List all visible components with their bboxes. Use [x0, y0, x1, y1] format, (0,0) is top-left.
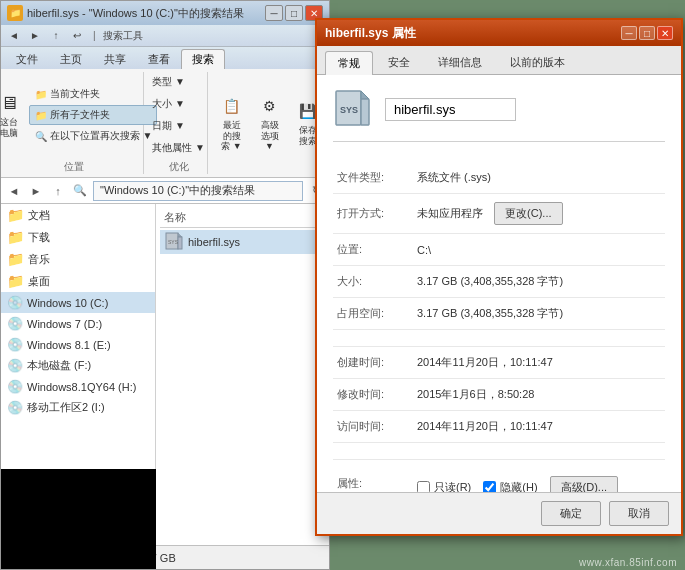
tab-general[interactable]: 常规 — [325, 51, 373, 75]
current-folder-label: 当前文件夹 — [50, 87, 100, 101]
dialog-footer: 确定 取消 — [317, 492, 681, 534]
tab-search[interactable]: 搜索 — [181, 49, 225, 69]
accessed-label: 访问时间: — [333, 411, 413, 443]
ribbon-group-location: 🖥 这台电脑 📁 当前文件夹 📁 所有子文件夹 🔍 在以下位置再次搜索 ▼ — [5, 72, 144, 174]
date-filter-label: 日期 ▼ — [152, 119, 185, 133]
sidebar-item-documents[interactable]: 📁 文档 — [1, 204, 155, 226]
change-button[interactable]: 更改(C)... — [494, 202, 562, 225]
props-minimize-button[interactable]: ─ — [621, 26, 637, 40]
openwith-row: 打开方式: 未知应用程序 更改(C)... — [333, 194, 665, 234]
cancel-button[interactable]: 取消 — [609, 501, 669, 526]
created-value: 2014年11月20日，10:11:47 — [413, 347, 665, 379]
name-column-header[interactable]: 名称 — [164, 210, 186, 225]
tab-previous-versions[interactable]: 以前的版本 — [497, 50, 578, 74]
sidebar-item-win81-h[interactable]: 💿 Windows8.1QY64 (H:) — [1, 376, 155, 397]
size-row: 大小: 3.17 GB (3,408,355,328 字节) — [333, 266, 665, 298]
modified-row: 修改时间: 2015年1月6日，8:50:28 — [333, 379, 665, 411]
spacer-row-2 — [333, 443, 665, 460]
date-filter-button[interactable]: 日期 ▼ — [147, 116, 210, 136]
all-subfolders-button[interactable]: 📁 所有子文件夹 — [29, 105, 158, 125]
sidebar-item-desktop[interactable]: 📁 桌面 — [1, 270, 155, 292]
drive-icon: 💿 — [7, 295, 23, 310]
address-input[interactable] — [93, 181, 303, 201]
forward-button[interactable]: ► — [26, 28, 44, 44]
sidebar-item-local-f[interactable]: 💿 本地磁盘 (F:) — [1, 355, 155, 376]
type-filter-button[interactable]: 类型 ▼ — [147, 72, 210, 92]
drive-icon: 💿 — [7, 358, 23, 373]
nav-up-button[interactable]: ↑ — [49, 181, 67, 201]
svg-rect-6 — [361, 99, 369, 125]
address-bar: ◄ ► ↑ 🔍 ↻ — [1, 178, 329, 204]
props-titlebar-controls: ─ □ ✕ — [621, 26, 673, 40]
sidebar-item-win7[interactable]: 💿 Windows 7 (D:) — [1, 313, 155, 334]
file-name-hiberfil: hiberfil.sys — [188, 236, 240, 248]
readonly-checkbox[interactable] — [417, 481, 430, 492]
size-label: 大小: — [333, 266, 413, 298]
sidebar-item-mobile-i[interactable]: 💿 移动工作区2 (I:) — [1, 397, 155, 418]
accessed-row: 访问时间: 2014年11月20日，10:11:47 — [333, 411, 665, 443]
advanced-options-button[interactable]: ⚙ 高级选项 ▼ — [252, 90, 288, 156]
nav-back-button[interactable]: ◄ — [5, 181, 23, 201]
explorer-titlebar: 📁 hiberfil.sys - "Windows 10 (C:)"中的搜索结果… — [1, 1, 329, 25]
modified-value: 2015年1月6日，8:50:28 — [413, 379, 665, 411]
hidden-checkbox[interactable] — [483, 481, 496, 492]
sidebar: 📁 文档 📁 下载 📁 音乐 📁 桌面 💿 Windows 10 (C:) 💿 — [1, 204, 156, 545]
watermark: www.xfan.85inf.com — [579, 557, 677, 568]
sizeondisk-value: 3.17 GB (3,408,355,328 字节) — [413, 298, 665, 330]
this-pc-button[interactable]: 🖥 这台电脑 — [0, 87, 27, 143]
svg-text:SYS: SYS — [340, 105, 358, 115]
tab-details[interactable]: 详细信息 — [425, 50, 495, 74]
sidebar-item-downloads[interactable]: 📁 下载 — [1, 226, 155, 248]
size-filter-button[interactable]: 大小 ▼ — [147, 94, 210, 114]
titlebar-left: 📁 hiberfil.sys - "Windows 10 (C:)"中的搜索结果 — [7, 5, 244, 21]
undo-button[interactable]: ↩ — [68, 28, 86, 44]
minimize-button[interactable]: ─ — [265, 5, 283, 21]
modified-label: 修改时间: — [333, 379, 413, 411]
search-again-button[interactable]: 🔍 在以下位置再次搜索 ▼ — [29, 126, 158, 146]
ribbon-toolbar: 🖥 这台电脑 📁 当前文件夹 📁 所有子文件夹 🔍 在以下位置再次搜索 ▼ — [1, 69, 329, 178]
sidebar-item-win81[interactable]: 💿 Windows 8.1 (E:) — [1, 334, 155, 355]
svg-text:SYS: SYS — [168, 239, 179, 245]
filetype-value: 系统文件 (.sys) — [413, 162, 665, 194]
advanced-options-icon: ⚙ — [258, 94, 282, 118]
this-pc-label: 这台电脑 — [0, 117, 18, 139]
location-small-buttons: 📁 当前文件夹 📁 所有子文件夹 🔍 在以下位置再次搜索 ▼ — [29, 84, 158, 146]
this-pc-icon: 🖥 — [0, 91, 21, 115]
svg-marker-1 — [178, 233, 182, 237]
tab-security[interactable]: 安全 — [375, 50, 423, 74]
tab-view[interactable]: 查看 — [137, 49, 181, 69]
filetype-row: 文件类型: 系统文件 (.sys) — [333, 162, 665, 194]
nav-forward-button[interactable]: ► — [27, 181, 45, 201]
created-label: 创建时间: — [333, 347, 413, 379]
hidden-label: 隐藏(H) — [500, 480, 537, 492]
current-folder-icon: 📁 — [34, 87, 48, 101]
sidebar-label-local-f: 本地磁盘 (F:) — [27, 358, 91, 373]
svg-marker-5 — [361, 91, 369, 99]
recent-searches-button[interactable]: 📋 最近的搜索 ▼ — [214, 90, 250, 156]
ok-button[interactable]: 确定 — [541, 501, 601, 526]
props-maximize-button[interactable]: □ — [639, 26, 655, 40]
sidebar-label-win7: Windows 7 (D:) — [27, 318, 102, 330]
advanced-options-label: 高级选项 ▼ — [258, 120, 282, 152]
location-label: 位置: — [333, 234, 413, 266]
current-folder-button[interactable]: 📁 当前文件夹 — [29, 84, 158, 104]
size-value: 3.17 GB (3,408,355,328 字节) — [413, 266, 665, 298]
maximize-button[interactable]: □ — [285, 5, 303, 21]
props-close-button[interactable]: ✕ — [657, 26, 673, 40]
recent-searches-icon: 📋 — [220, 94, 244, 118]
explorer-icon: 📁 — [7, 5, 23, 21]
tab-file[interactable]: 文件 — [5, 49, 49, 69]
more-props-button[interactable]: 其他属性 ▼ — [147, 138, 210, 158]
location-buttons: 🖥 这台电脑 📁 当前文件夹 📁 所有子文件夹 🔍 在以下位置再次搜索 ▼ — [0, 72, 157, 158]
advanced-button[interactable]: 高级(D)... — [550, 476, 618, 492]
ribbon-group-actions: 📋 最近的搜索 ▼ ⚙ 高级选项 ▼ 💾 保存搜索 — [214, 72, 325, 174]
sidebar-item-music[interactable]: 📁 音乐 — [1, 248, 155, 270]
up-button[interactable]: ↑ — [47, 28, 65, 44]
explorer-title: hiberfil.sys - "Windows 10 (C:)"中的搜索结果 — [27, 6, 244, 21]
sidebar-item-win10[interactable]: 💿 Windows 10 (C:) — [1, 292, 155, 313]
back-button[interactable]: ◄ — [5, 28, 23, 44]
file-item-hiberfil[interactable]: SYS hiberfil.sys — [160, 230, 315, 254]
tab-share[interactable]: 共享 — [93, 49, 137, 69]
tab-home[interactable]: 主页 — [49, 49, 93, 69]
action-buttons: 📋 最近的搜索 ▼ ⚙ 高级选项 ▼ 💾 保存搜索 — [214, 72, 326, 174]
